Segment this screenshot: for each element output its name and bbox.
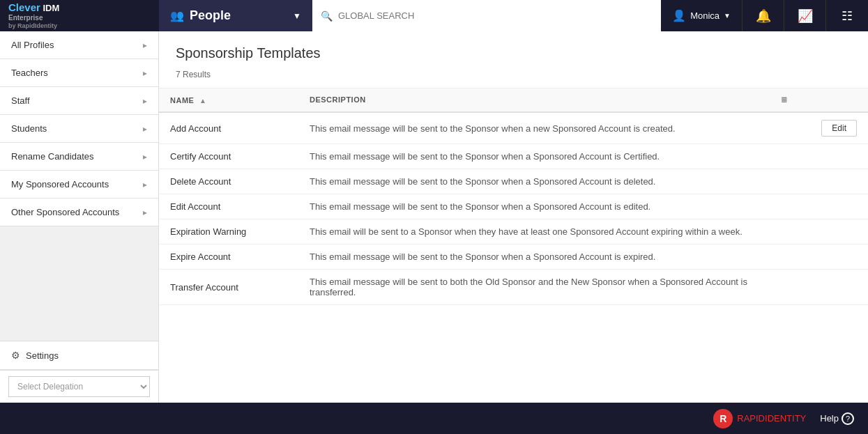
people-title: People (190, 8, 284, 23)
edit-button[interactable]: Edit (821, 120, 857, 137)
table-row: Certify AccountThis email message will b… (159, 144, 868, 169)
sidebar-item-my-sponsored-accounts[interactable]: My Sponsored Accounts ▸ (0, 171, 158, 199)
chevron-right-icon: ▸ (143, 152, 147, 162)
bell-icon: 🔔 (756, 8, 771, 24)
row-name: Transfer Account (159, 270, 298, 305)
logo-enterprise: Enterprise (8, 14, 59, 22)
row-name: Delete Account (159, 169, 298, 194)
row-description: This email will be sent to a Sponsor whe… (298, 219, 798, 245)
grid-icon: ☷ (842, 8, 853, 24)
logo-area: Clever IDM Enterprise by RapidIdentity (0, 0, 159, 31)
row-description: This email message will be sent to the S… (298, 169, 798, 194)
sidebar-label-students: Students (11, 123, 143, 134)
delegation-area: Select Delegation (0, 370, 158, 403)
search-icon: 🔍 (321, 10, 333, 22)
bottom-bar: R RAPIDIDENTITY Help ? (0, 403, 868, 434)
top-navigation: Clever IDM Enterprise by RapidIdentity 👥… (0, 0, 868, 31)
content-header: Sponsorship Templates 7 Results (159, 31, 868, 88)
sidebar-label-rename-candidates: Rename Candidates (11, 151, 143, 162)
user-chevron-icon: ▼ (724, 12, 731, 20)
people-section[interactable]: 👥 People ▼ (159, 0, 312, 31)
row-action (798, 245, 868, 270)
analytics-button[interactable]: 📈 (784, 0, 826, 31)
chevron-right-icon: ▸ (143, 40, 147, 50)
sidebar-footer: ⚙ Settings Select Delegation (0, 341, 158, 403)
row-action (798, 169, 868, 194)
user-name: Monica (690, 10, 719, 21)
col-header-description: DESCRIPTION ≣ (298, 88, 798, 112)
table-row: Add AccountThis email message will be se… (159, 112, 868, 144)
table-row: Transfer AccountThis email message will … (159, 270, 868, 305)
notifications-button[interactable]: 🔔 (743, 0, 784, 31)
row-description: This email message will be sent to the S… (298, 245, 798, 270)
sort-icon: ▲ (199, 97, 206, 104)
table-container: NAME ▲ DESCRIPTION ≣ Add AccountThis ema… (159, 88, 868, 403)
row-action: Edit (798, 112, 868, 144)
row-name: Expiration Warning (159, 219, 298, 245)
sidebar-label-teachers: Teachers (11, 68, 143, 78)
user-icon: 👤 (672, 9, 686, 22)
logo-idm: IDM (40, 3, 59, 13)
nav-right: 👤 Monica ▼ 🔔 📈 ☷ (661, 0, 868, 31)
help-circle-icon: ? (842, 412, 854, 425)
grid-button[interactable]: ☷ (826, 0, 868, 31)
delegation-select[interactable]: Select Delegation (8, 376, 150, 397)
table-row: Delete AccountThis email message will be… (159, 169, 868, 194)
row-action (798, 219, 868, 245)
row-description: This email message will be sent to the S… (298, 144, 798, 169)
table-row: Edit AccountThis email message will be s… (159, 194, 868, 219)
logo-rapididentity-tag: by RapidIdentity (8, 22, 59, 30)
user-menu[interactable]: 👤 Monica ▼ (661, 0, 743, 31)
rapid-r-logo: R (713, 409, 733, 428)
sidebar-item-rename-candidates[interactable]: Rename Candidates ▸ (0, 143, 158, 171)
row-action (798, 270, 868, 305)
sidebar-label-all-profiles: All Profiles (11, 40, 143, 50)
chevron-right-icon: ▸ (143, 180, 147, 189)
logo-clever: Clever (8, 1, 40, 13)
search-input[interactable] (338, 10, 653, 21)
identity-text: IDENTITY (765, 413, 806, 424)
column-settings-icon[interactable]: ≣ (781, 95, 788, 104)
content-area: Sponsorship Templates 7 Results NAME ▲ D… (159, 31, 868, 403)
settings-item[interactable]: ⚙ Settings (0, 341, 158, 370)
row-description: This email message will be sent to the S… (298, 112, 798, 144)
row-name: Expire Account (159, 245, 298, 270)
app-logo: Clever IDM Enterprise by RapidIdentity (8, 1, 59, 30)
chevron-right-icon: ▸ (143, 208, 147, 217)
row-name: Add Account (159, 112, 298, 144)
help-label: Help (820, 413, 839, 424)
chevron-right-icon: ▸ (143, 124, 147, 134)
sidebar-label-my-sponsored-accounts: My Sponsored Accounts (11, 179, 143, 189)
sidebar-item-teachers[interactable]: Teachers ▸ (0, 59, 158, 87)
help-button[interactable]: Help ? (820, 412, 854, 425)
table-body: Add AccountThis email message will be se… (159, 112, 868, 305)
sponsorship-templates-table: NAME ▲ DESCRIPTION ≣ Add AccountThis ema… (159, 88, 868, 305)
gear-icon: ⚙ (11, 350, 20, 361)
people-icon: 👥 (170, 9, 184, 22)
sidebar-item-other-sponsored-accounts[interactable]: Other Sponsored Accounts ▸ (0, 199, 158, 226)
row-description: This email message will be sent to the S… (298, 194, 798, 219)
chevron-right-icon: ▸ (143, 68, 147, 78)
rapididentity-text: RAPIDIDENTITY (737, 413, 806, 424)
table-header-row: NAME ▲ DESCRIPTION ≣ (159, 88, 868, 112)
sidebar-label-staff: Staff (11, 95, 143, 106)
sidebar-item-all-profiles[interactable]: All Profiles ▸ (0, 31, 158, 59)
table-row: Expiration WarningThis email will be sen… (159, 219, 868, 245)
results-count: 7 Results (176, 70, 851, 79)
row-action (798, 144, 868, 169)
row-name: Certify Account (159, 144, 298, 169)
page-title: Sponsorship Templates (176, 45, 851, 61)
sidebar: All Profiles ▸ Teachers ▸ Staff ▸ Studen… (0, 31, 159, 403)
sidebar-item-staff[interactable]: Staff ▸ (0, 87, 158, 115)
sidebar-label-other-sponsored-accounts: Other Sponsored Accounts (11, 207, 143, 217)
col-header-name: NAME ▲ (159, 88, 298, 112)
col-header-actions (798, 88, 868, 112)
row-description: This email message will be sent to both … (298, 270, 798, 305)
chevron-right-icon: ▸ (143, 96, 147, 106)
main-layout: All Profiles ▸ Teachers ▸ Staff ▸ Studen… (0, 31, 868, 403)
row-action (798, 194, 868, 219)
sidebar-item-students[interactable]: Students ▸ (0, 115, 158, 143)
people-chevron-icon: ▼ (293, 11, 301, 21)
rapid-text: RAPID (737, 413, 765, 424)
rapididentity-logo: R RAPIDIDENTITY (713, 409, 806, 428)
